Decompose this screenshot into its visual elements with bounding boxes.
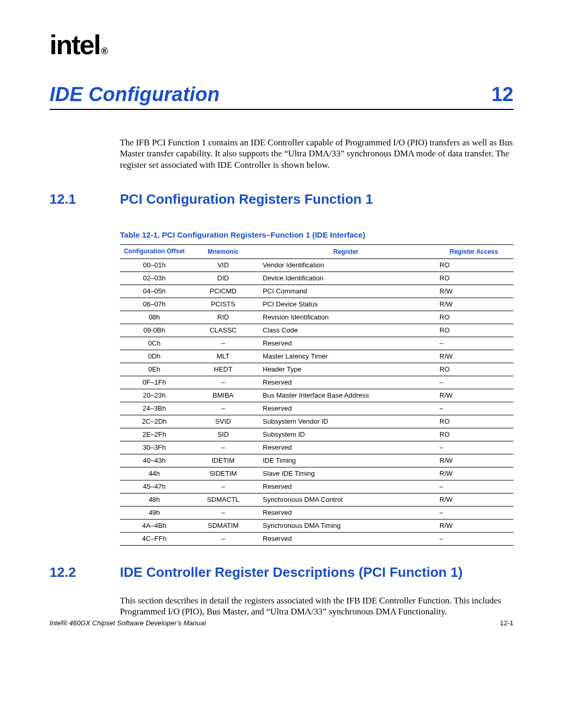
col-register: Register — [258, 244, 434, 258]
section-12-1-header: 12.1 PCI Configuration Registers Functio… — [50, 191, 513, 207]
table-cell: – — [189, 376, 258, 389]
table-cell: RO — [434, 258, 513, 272]
table-cell: 4C–FFh — [120, 532, 189, 545]
chapter-header: IDE Configuration 12 — [50, 83, 513, 110]
table-row: 48hSDMACTLSynchronous DMA ControlR/W — [120, 493, 513, 506]
table-row: 45–47h–Reserved– — [120, 480, 513, 493]
table-cell: Reserved — [258, 506, 434, 519]
logo-suffix: ® — [101, 46, 107, 56]
table-cell: SDMATIM — [189, 519, 258, 532]
table-cell: 02–03h — [120, 272, 189, 285]
table-cell: 0Ch — [120, 337, 189, 350]
table-cell: Synchronous DMA Control — [258, 493, 434, 506]
intro-paragraph: The IFB PCI Function 1 contains an IDE C… — [120, 137, 513, 170]
table-cell: 4A–4Bh — [120, 519, 189, 532]
table-cell: R/W — [434, 298, 513, 311]
table-cell: Reserved — [258, 402, 434, 415]
table-cell: 49h — [120, 506, 189, 519]
table-cell: R/W — [434, 350, 513, 363]
section-12-2-header: 12.2 IDE Controller Register Description… — [50, 564, 513, 581]
table-cell: Device Identification — [258, 272, 434, 285]
table-cell: R/W — [434, 389, 513, 402]
table-cell: Reserved — [258, 532, 434, 545]
table-cell: Bus Master Interface Base Address — [258, 389, 434, 402]
table-cell: IDE Timing — [258, 454, 434, 467]
table-cell: – — [189, 441, 258, 454]
table-cell: Subsystem Vendor ID — [258, 415, 434, 428]
table-cell: Synchronous DMA Timing — [258, 519, 434, 532]
table-cell: 08h — [120, 311, 189, 324]
table-cell: SVID — [189, 415, 258, 428]
table-cell: R/W — [434, 454, 513, 467]
table-cell: Revision Identification — [258, 311, 434, 324]
table-row: 4A–4BhSDMATIMSynchronous DMA TimingR/W — [120, 519, 513, 532]
footer-manual-title: Intel® 460GX Chipset Software Developer’… — [50, 619, 206, 627]
table-cell: Header Type — [258, 363, 434, 376]
table-row: 08hRIDRevision IdentificationRO — [120, 311, 513, 324]
table-cell: RID — [189, 311, 258, 324]
table-cell: R/W — [434, 285, 513, 298]
table-cell: Reserved — [258, 441, 434, 454]
table-cell: – — [189, 337, 258, 350]
table-row: 0Ch–Reserved– — [120, 337, 513, 350]
table-cell: – — [434, 402, 513, 415]
table-cell: 0Eh — [120, 363, 189, 376]
table-cell: 48h — [120, 493, 189, 506]
table-cell: BMIBA — [189, 389, 258, 402]
footer-page-number: 12-1 — [500, 619, 513, 627]
table-cell: – — [189, 532, 258, 545]
table-cell: SDMACTL — [189, 493, 258, 506]
table-row: 40–43hIDETIMIDE TimingR/W — [120, 454, 513, 467]
table-cell: 24–3Bh — [120, 402, 189, 415]
table-cell: RO — [434, 272, 513, 285]
table-cell: HEDT — [189, 363, 258, 376]
table-cell: RO — [434, 415, 513, 428]
table-row: 00–01hVIDVendor IdentificationRO — [120, 258, 513, 272]
table-cell: 06–07h — [120, 298, 189, 311]
table-cell: Slave IDE Timing — [258, 467, 434, 480]
table-cell: Reserved — [258, 337, 434, 350]
section-number: 12.2 — [50, 564, 120, 581]
table-cell: SID — [189, 428, 258, 441]
table-cell: PCICMD — [189, 285, 258, 298]
logo-text: intel — [50, 30, 100, 60]
table-row: 0DhMLTMaster Latency TimerR/W — [120, 350, 513, 363]
table-cell: R/W — [434, 493, 513, 506]
table-cell: R/W — [434, 467, 513, 480]
table-cell: – — [189, 402, 258, 415]
table-cell: 44h — [120, 467, 189, 480]
table-cell: 04–05h — [120, 285, 189, 298]
col-mnemonic: Mnemonic — [189, 244, 258, 258]
table-cell: 20–23h — [120, 389, 189, 402]
col-register-access: Register Access — [434, 244, 513, 258]
table-row: 49h–Reserved– — [120, 506, 513, 519]
table-row: 20–23hBMIBABus Master Interface Base Add… — [120, 389, 513, 402]
intel-logo: intel® — [50, 31, 513, 58]
table-cell: 0Dh — [120, 350, 189, 363]
table-cell: CLASSC — [189, 324, 258, 337]
table-cell: PCI Command — [258, 285, 434, 298]
table-row: 02–03hDIDDevice IdentificationRO — [120, 272, 513, 285]
table-cell: – — [434, 532, 513, 545]
table-cell: RO — [434, 324, 513, 337]
table-cell: – — [434, 480, 513, 493]
section-12-2-paragraph: This section describes in detail the reg… — [120, 595, 513, 618]
table-row: 4C–FFh–Reserved– — [120, 532, 513, 545]
table-row: 0F–1Fh–Reserved– — [120, 376, 513, 389]
table-row: 30–3Fh–Reserved– — [120, 441, 513, 454]
table-cell: 00–01h — [120, 258, 189, 272]
chapter-title: IDE Configuration — [50, 83, 219, 106]
table-row: 2E–2FhSIDSubsystem IDRO — [120, 428, 513, 441]
table-cell: Vendor Identification — [258, 258, 434, 272]
section-title: PCI Configuration Registers Function 1 — [120, 191, 373, 207]
table-row: 0EhHEDTHeader TypeRO — [120, 363, 513, 376]
table-cell: 45–47h — [120, 480, 189, 493]
table-cell: – — [434, 376, 513, 389]
page-footer: Intel® 460GX Chipset Software Developer’… — [50, 619, 513, 627]
table-row: 09-0BhCLASSCClass CodeRO — [120, 324, 513, 337]
col-config-offset: Configuration Offset — [120, 244, 189, 258]
table-cell: – — [434, 337, 513, 350]
table-cell: Reserved — [258, 480, 434, 493]
table-cell: – — [189, 506, 258, 519]
section-number: 12.1 — [50, 191, 120, 207]
